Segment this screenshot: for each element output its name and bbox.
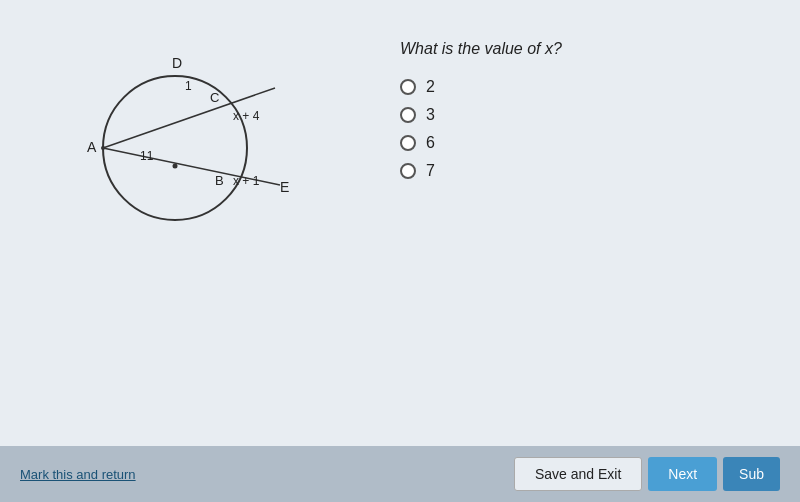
svg-point-3 xyxy=(173,164,178,169)
label-A: A xyxy=(87,139,97,155)
option-label-6: 6 xyxy=(426,134,435,152)
svg-point-0 xyxy=(103,76,247,220)
main-content: D C A B E 1 11 x + 4 x + 1 What is the v… xyxy=(0,0,800,446)
option-label-2: 2 xyxy=(426,78,435,96)
option-label-7: 7 xyxy=(426,162,435,180)
option-item-2[interactable]: 2 xyxy=(400,78,750,96)
label-B: B xyxy=(215,173,224,188)
label-seg1: 1 xyxy=(185,79,192,93)
diagram-area: D C A B E 1 11 x + 4 x + 1 xyxy=(20,20,370,426)
geometry-diagram: D C A B E 1 11 x + 4 x + 1 xyxy=(65,30,325,250)
label-seg11: 11 xyxy=(140,149,154,163)
label-segx1: x + 1 xyxy=(233,174,260,188)
save-exit-button[interactable]: Save and Exit xyxy=(514,457,642,491)
next-button[interactable]: Next xyxy=(648,457,717,491)
radio-7[interactable] xyxy=(400,163,416,179)
option-item-3[interactable]: 3 xyxy=(400,106,750,124)
sub-button[interactable]: Sub xyxy=(723,457,780,491)
label-D: D xyxy=(172,55,182,71)
radio-3[interactable] xyxy=(400,107,416,123)
label-C: C xyxy=(210,90,219,105)
question-area: What is the value of x? 2 3 6 7 xyxy=(370,20,780,426)
option-item-6[interactable]: 6 xyxy=(400,134,750,152)
radio-6[interactable] xyxy=(400,135,416,151)
label-E: E xyxy=(280,179,289,195)
bottom-bar: Mark this and return Save and Exit Next … xyxy=(0,446,800,502)
svg-point-4 xyxy=(101,146,105,150)
option-label-3: 3 xyxy=(426,106,435,124)
question-text: What is the value of x? xyxy=(400,40,750,58)
mark-return-button[interactable]: Mark this and return xyxy=(20,467,136,482)
bottom-buttons: Save and Exit Next Sub xyxy=(514,457,780,491)
radio-2[interactable] xyxy=(400,79,416,95)
option-item-7[interactable]: 7 xyxy=(400,162,750,180)
label-segx4: x + 4 xyxy=(233,109,260,123)
options-list: 2 3 6 7 xyxy=(400,78,750,180)
